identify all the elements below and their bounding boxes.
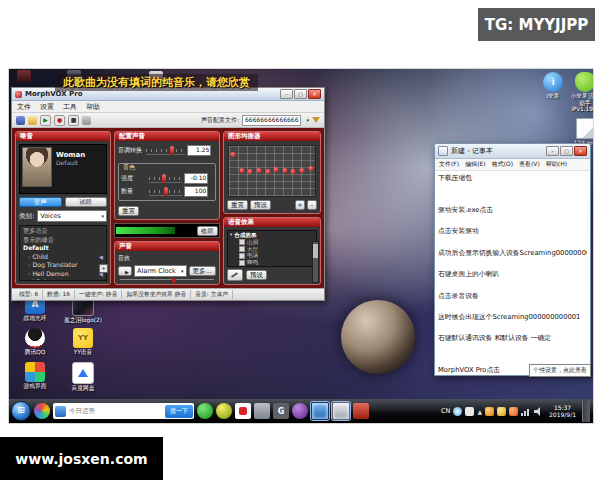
search-button[interactable]: 搜一下: [165, 405, 193, 418]
desktop-icon[interactable]: 游戏界面: [11, 362, 59, 396]
desktop-icon[interactable]: 百度网盘: [59, 362, 107, 396]
voice-list-item[interactable]: › Hell Demon ◀: [20, 270, 106, 279]
desktop-icon[interactable]: 小苹果活动助手 iPv1.19苹: [569, 72, 594, 118]
eq-preset-button[interactable]: 预设: [250, 200, 271, 210]
show-desktop-button[interactable]: [582, 400, 590, 422]
reset-voice-button[interactable]: 重置: [118, 206, 139, 216]
effect-item[interactable]: 大厅: [230, 246, 308, 253]
sound-volume-slider[interactable]: [120, 279, 214, 280]
equalizer-band[interactable]: [263, 146, 272, 196]
category-dropdown[interactable]: Voices▾: [37, 210, 107, 222]
app-ball-icon[interactable]: [216, 403, 232, 419]
slider-handle[interactable]: [164, 187, 168, 196]
eq-handle[interactable]: [300, 168, 305, 173]
eq-handle[interactable]: [257, 168, 262, 173]
equalizer-band[interactable]: [306, 146, 315, 196]
voice-profile-dropdown[interactable]: 66666666666666: [242, 115, 301, 126]
app-g-icon[interactable]: G: [273, 403, 289, 419]
desktop-icon[interactable]: i苹果: [537, 72, 569, 118]
tray-clock[interactable]: 15:37 2019/9/1: [546, 404, 579, 418]
tray-expand-icon[interactable]: ▲: [477, 408, 482, 415]
app-redwin-icon[interactable]: [353, 403, 369, 419]
effect-item[interactable]: 电话: [230, 252, 308, 259]
pitch-slider[interactable]: [146, 147, 185, 155]
eq-handle[interactable]: [231, 152, 236, 157]
close-button[interactable]: ✕: [574, 146, 587, 156]
spinner-icon[interactable]: ▲▼: [213, 147, 216, 155]
eq-handle[interactable]: [248, 169, 253, 174]
list-expand-button[interactable]: +: [99, 264, 108, 273]
pitch-value[interactable]: 1.25: [187, 145, 211, 156]
strength-value[interactable]: -0.10: [184, 173, 208, 184]
effect-item[interactable]: 山洞: [230, 239, 308, 246]
app-cube-icon[interactable]: [254, 403, 270, 419]
tray-app-icon[interactable]: [465, 407, 474, 416]
maximize-button[interactable]: ▢: [560, 146, 573, 156]
tray-orange-icon[interactable]: [509, 407, 518, 416]
tray-orange-icon[interactable]: [497, 407, 506, 416]
sound-effect-dropdown[interactable]: Alarm Clock▾: [134, 265, 187, 277]
equalizer-band[interactable]: [238, 146, 247, 196]
spinner-icon[interactable]: ▲▼: [210, 175, 213, 183]
desktop-icon[interactable]: YY语音: [59, 328, 107, 362]
effects-preset-button[interactable]: 预设: [246, 270, 267, 280]
equalizer-band[interactable]: [246, 146, 255, 196]
voice-list-item[interactable]: › 显示的嗓音 ◀: [20, 236, 106, 245]
eq-minus-button[interactable]: -: [307, 200, 317, 210]
explorer-window-button[interactable]: [311, 402, 329, 420]
listen-toggle-button[interactable]: 收听: [197, 226, 218, 236]
spinner-icon[interactable]: ▲▼: [210, 188, 213, 196]
eq-handle[interactable]: [282, 168, 287, 173]
equalizer-band[interactable]: [281, 146, 290, 196]
tray-app-icon[interactable]: [453, 407, 462, 416]
language-indicator[interactable]: CN: [441, 407, 450, 415]
effect-item[interactable]: 失真: [230, 266, 308, 267]
play-icon[interactable]: ▶: [40, 115, 51, 126]
menu-item[interactable]: 设置: [40, 102, 54, 112]
scrollbar-thumb[interactable]: [313, 244, 318, 258]
equalizer-band[interactable]: [255, 146, 264, 196]
eq-handle[interactable]: [265, 169, 270, 174]
equalizer-band[interactable]: [298, 146, 307, 196]
equalizer-band[interactable]: [289, 146, 298, 196]
browser-pinwheel-icon[interactable]: [34, 403, 50, 419]
desktop-icon-partial[interactable]: [17, 70, 31, 82]
voice-list-item[interactable]: › 更多语音 ◀: [20, 227, 106, 236]
app-red-icon[interactable]: [235, 403, 251, 419]
voice-list-item[interactable]: › Dog Translator ◀: [20, 261, 106, 270]
slider-handle[interactable]: [172, 278, 176, 283]
app-purple-icon[interactable]: [292, 403, 308, 419]
start-button[interactable]: ⊞: [11, 401, 31, 421]
menu-item[interactable]: 查看(V): [519, 160, 540, 169]
close-button[interactable]: ✕: [308, 89, 321, 99]
eq-handle[interactable]: [239, 168, 244, 173]
equalizer-band[interactable]: [272, 146, 281, 196]
voice-list-item[interactable]: › Child ◀: [20, 253, 106, 262]
app-green-icon[interactable]: [197, 403, 213, 419]
desktop-icon[interactable]: 腾讯QQ: [11, 328, 59, 362]
stop-icon[interactable]: ■: [68, 115, 79, 126]
morph-button[interactable]: 变声: [19, 197, 62, 207]
more-sounds-button[interactable]: 更多…: [189, 266, 217, 276]
play-sound-button[interactable]: ▶: [118, 266, 132, 276]
volume-icon[interactable]: [534, 407, 543, 416]
listen-button[interactable]: 试听: [65, 197, 108, 207]
minimize-button[interactable]: –: [280, 89, 293, 99]
eq-plus-button[interactable]: +: [295, 200, 305, 210]
menu-item[interactable]: 文件: [17, 102, 31, 112]
equalizer-band[interactable]: [229, 146, 238, 196]
filter-icon[interactable]: [312, 117, 320, 123]
slider-handle[interactable]: [162, 174, 166, 183]
network-icon[interactable]: [521, 407, 531, 416]
minimize-button[interactable]: –: [546, 146, 559, 156]
strength-slider[interactable]: [149, 175, 182, 183]
slider-handle[interactable]: [170, 146, 174, 155]
eq-reset-button[interactable]: 重置: [227, 200, 248, 210]
eq-handle[interactable]: [308, 166, 313, 171]
menu-item[interactable]: 工具: [63, 102, 77, 112]
quantity-value[interactable]: 100: [184, 186, 208, 197]
eq-handle[interactable]: [291, 169, 296, 174]
save-icon[interactable]: [16, 116, 25, 125]
chevron-down-icon[interactable]: ▾: [306, 117, 309, 123]
wrench-icon[interactable]: [227, 269, 243, 281]
